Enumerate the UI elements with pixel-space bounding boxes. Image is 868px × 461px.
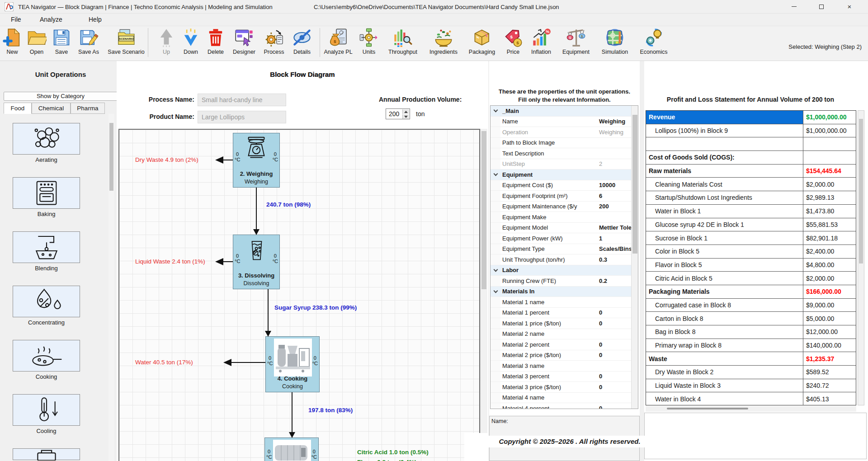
toolbar-button-economics[interactable]: Economics xyxy=(640,28,667,55)
annual-production-volume-label: Annual Production Volume: xyxy=(379,96,462,103)
show-by-category-button[interactable]: Show by Category xyxy=(4,92,118,101)
annual-production-volume-stepper[interactable]: 200 xyxy=(386,108,410,119)
diagram-canvas[interactable]: 0°C 0°C 2. Weighing Weighing 0°C 0°C 3. … xyxy=(118,129,480,461)
economics-icon xyxy=(644,28,664,47)
menu-analyze[interactable]: Analyze xyxy=(37,16,65,23)
equipment-scale-icon: $$ xyxy=(566,28,586,47)
properties-scrollbar[interactable] xyxy=(631,106,638,409)
toolbar-button-details[interactable]: Details xyxy=(292,28,312,55)
property-row[interactable]: Equipment Cost ($)10000 xyxy=(491,180,638,191)
toolbar-button-ingredients[interactable]: Ingredients xyxy=(429,28,458,55)
stream-label: 197.8 ton (83%) xyxy=(308,407,353,414)
property-row[interactable]: NameWeighing xyxy=(491,117,638,127)
close-button[interactable]: × xyxy=(839,0,860,13)
block-weighing[interactable]: 0°C 0°C 2. Weighing Weighing xyxy=(233,133,280,188)
property-row[interactable]: Material 2 name xyxy=(491,329,638,340)
menu-help[interactable]: Help xyxy=(86,16,104,23)
toolbar-button-down[interactable]: Down xyxy=(181,28,201,55)
price-tag-icon: $$ xyxy=(503,28,523,47)
toolbar-button-packaging[interactable]: Packaging xyxy=(469,28,495,55)
unit-op-item-blending[interactable] xyxy=(13,231,80,263)
property-row[interactable]: Material 3 price ($/ton)0 xyxy=(491,382,638,393)
toolbar-button-analyze-pl[interactable]: $Analyze PL xyxy=(324,28,352,55)
property-row[interactable]: Path to Block Image xyxy=(491,138,638,149)
stepper-down-button[interactable] xyxy=(402,114,409,119)
property-grid[interactable]: _Main NameWeighing OperationWeighing Pat… xyxy=(490,105,638,409)
property-row[interactable]: Material 2 price ($/ton)0 xyxy=(491,350,638,361)
property-row[interactable]: Material 1 name xyxy=(491,297,638,308)
finance-horizontal-scrollbar[interactable] xyxy=(646,406,856,412)
toolbar-button-delete[interactable]: Delete xyxy=(206,28,226,55)
property-row[interactable]: Equipment ModelMettler Toledo xyxy=(491,223,638,234)
property-row[interactable]: Material 2 percent0 xyxy=(491,339,638,350)
property-row[interactable]: Equipment Make xyxy=(491,212,638,223)
down-arrow-icon xyxy=(181,28,201,47)
table-row: Liquid Waste in Block 3$240.72 xyxy=(646,379,856,393)
property-row[interactable]: Equipment Footprint (m²)6 xyxy=(491,191,638,202)
unit-op-item-cooking[interactable] xyxy=(13,340,80,372)
property-category[interactable]: Equipment xyxy=(491,169,638,180)
toolbar-button-throughput[interactable]: Throughput xyxy=(388,28,417,55)
block-cooking[interactable]: 0°C 0°C 4. Cooking Cooking xyxy=(265,336,320,392)
toolbar-button-open[interactable]: Open xyxy=(27,28,47,55)
toolbar-button-new[interactable]: New xyxy=(2,28,22,55)
toolbar-button-designer[interactable]: Designer xyxy=(233,28,255,55)
toolbar-button-save[interactable]: Save xyxy=(52,28,71,55)
property-row[interactable]: Material 4 name xyxy=(491,393,638,404)
tab-food[interactable]: Food xyxy=(4,103,32,114)
table-row: Water in Block 4$405.13 xyxy=(646,392,856,405)
cooling-thermometer-icon xyxy=(26,395,67,424)
block-dissolving[interactable]: 0°C 0°C 3. Dissolving Dissolving xyxy=(233,235,280,289)
process-name-label: Process Name: xyxy=(127,96,194,103)
stepper-up-button[interactable] xyxy=(402,109,409,114)
unit-op-item-aerating[interactable] xyxy=(13,123,80,155)
property-row[interactable]: Material 4 percent0 xyxy=(491,403,638,409)
property-row[interactable]: Equipment Power (kW)1 xyxy=(491,233,638,244)
property-row[interactable]: Material 1 price ($/ton)0 xyxy=(491,318,638,329)
canvas-scrollbar[interactable] xyxy=(480,129,487,461)
unit-op-item-concentrating[interactable] xyxy=(13,286,80,317)
toolbar-button-inflation[interactable]: %Inflation xyxy=(531,28,551,55)
table-row: Raw materials$154,445.64 xyxy=(646,165,856,178)
property-row[interactable]: Material 3 name xyxy=(491,361,638,372)
property-category[interactable]: _Main xyxy=(491,106,638,117)
property-row[interactable]: Running Crew (FTE)0.2 xyxy=(491,276,638,287)
stream-label: 240.7 ton (98%) xyxy=(266,201,311,208)
property-row[interactable]: Unit Throughput (ton/hr)0.3 xyxy=(491,254,638,265)
tab-chemical[interactable]: Chemical xyxy=(32,103,71,114)
minimize-button[interactable] xyxy=(783,0,804,13)
unit-op-item-partial[interactable] xyxy=(13,448,80,460)
toolbar-button-units[interactable]: Units xyxy=(359,28,379,55)
menu-file[interactable]: File xyxy=(8,16,24,23)
property-category[interactable]: Labor xyxy=(491,265,638,276)
unit-op-item-baking[interactable] xyxy=(13,177,80,209)
dissolving-glass-icon xyxy=(244,237,269,265)
unit-op-item-cooling[interactable] xyxy=(13,394,80,426)
toolbar-button-save-as[interactable]: Save As xyxy=(78,28,99,55)
property-row[interactable]: Material 3 percent0 xyxy=(491,372,638,382)
unit-operations-scrollbar[interactable] xyxy=(108,114,114,461)
property-row[interactable]: OperationWeighing xyxy=(491,127,638,138)
property-row[interactable]: Equipment Maintenance ($/y200 xyxy=(491,202,638,212)
maximize-button[interactable] xyxy=(811,0,832,13)
property-row[interactable]: Text Description xyxy=(491,148,638,159)
table-row: Primary wrap in Block 8$140,000.00 xyxy=(646,339,856,353)
toolbar-button-process[interactable]: Process xyxy=(264,28,284,55)
property-row[interactable]: Equipment TypeScales/Bins xyxy=(491,244,638,255)
block-partial[interactable]: 0°C 0°C xyxy=(264,437,319,461)
toolbar-button-equipment[interactable]: $$Equipment xyxy=(562,28,590,55)
toolbar-button-price[interactable]: $$Price xyxy=(503,28,523,55)
property-row[interactable]: Material 1 percent0 xyxy=(491,308,638,319)
weighing-scale-icon xyxy=(242,135,270,162)
finance-vertical-scrollbar[interactable] xyxy=(858,110,864,405)
property-row[interactable]: UnitStep2 xyxy=(491,159,638,170)
tab-pharma[interactable]: Pharma xyxy=(71,103,105,114)
toolbar-button-up[interactable]: Up xyxy=(156,28,176,55)
property-category[interactable]: Materials In xyxy=(491,287,638,297)
product-name-input[interactable]: Large Lollipops xyxy=(198,111,286,123)
analyze-pl-icon: $ xyxy=(328,28,348,47)
toolbar-button-save-scenario[interactable]: SCENARIOSave Scenario xyxy=(108,28,144,55)
properties-info-line1: These are the properties of the unit ope… xyxy=(489,88,640,95)
toolbar-button-simulation[interactable]: Simulation xyxy=(602,28,628,55)
process-name-input[interactable]: Small hard-candy line xyxy=(198,94,286,106)
